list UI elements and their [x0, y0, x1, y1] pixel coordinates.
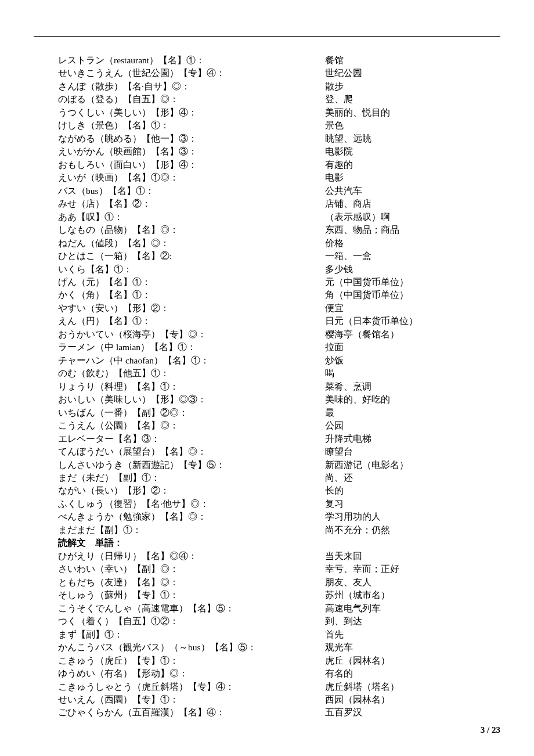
chinese-meaning: 炒饭	[325, 354, 500, 367]
japanese-term: ねだん（値段）【名】◎：	[58, 237, 325, 250]
chinese-meaning: 日元（日本货币单位）	[325, 315, 500, 327]
vocab-row: こうそくでんしゃ（高速電車）【名】⑤：高速电气列车	[58, 602, 500, 615]
chinese-meaning: 角（中国货币单位）	[325, 289, 500, 301]
vocab-row: ごひゃくらかん（五百羅漢）【名】④：五百罗汉	[58, 706, 500, 719]
japanese-term: いくら【名】①：	[58, 263, 325, 276]
vocab-row: つく（着く）【自五】①②：到、到达	[58, 615, 500, 628]
vocab-row: かんこうバス（観光バス）（～bus）【名】⑤：观光车	[58, 641, 500, 654]
chinese-meaning: 虎丘斜塔（塔名）	[325, 681, 500, 693]
vocab-row: ラーメン（中 lamian）【名】①：拉面	[58, 341, 500, 354]
japanese-term: そしゅう（蘇州）【专】①：	[58, 589, 325, 602]
chinese-meaning: 朋友、友人	[325, 576, 500, 589]
chinese-meaning: 复习	[325, 498, 500, 510]
chinese-meaning: 价格	[325, 237, 500, 250]
chinese-meaning: 菜肴、烹调	[325, 380, 500, 393]
chinese-meaning: 美味的、好吃的	[325, 393, 500, 406]
chinese-meaning: 学习用功的人	[325, 510, 500, 523]
vocab-row: そしゅう（蘇州）【专】①：苏州（城市名）	[58, 589, 500, 602]
chinese-meaning: 高速电气列车	[325, 602, 500, 615]
chinese-meaning: 当天来回	[325, 550, 500, 563]
vocab-row: のむ（飲む）【他五】①：喝	[58, 367, 500, 380]
japanese-term: いちばん（一番）【副】②◎：	[58, 406, 325, 419]
chinese-meaning: （表示感叹）啊	[325, 211, 500, 224]
japanese-term: こうえん（公園）【名】◎：	[58, 419, 325, 432]
japanese-term: りょうり（料理）【名】①：	[58, 380, 325, 393]
chinese-meaning: 虎丘（园林名）	[325, 654, 500, 667]
vocab-row: みせ（店）【名】②：店铺、商店	[58, 197, 500, 210]
japanese-term: せいきこうえん（世紀公園）【专】④：	[58, 67, 325, 80]
vocab-row: うつくしい（美しい）【形】④：美丽的、悦目的	[58, 106, 500, 119]
vocab-row: せいえん（西園）【专】①：西园（园林名）	[58, 693, 500, 706]
japanese-term: てんぼうだい（展望台）【名】◎：	[58, 445, 325, 458]
japanese-term: かく（角）【名】①：	[58, 289, 325, 301]
chinese-meaning: 长的	[325, 484, 500, 497]
vocab-row: げん（元）【名】①：元（中国货币单位）	[58, 276, 500, 289]
chinese-meaning: 公园	[325, 419, 500, 432]
top-rule	[34, 36, 500, 37]
japanese-term: さんぽ（散歩）【名·自サ】◎：	[58, 80, 325, 93]
vocab-list: レストラン（restaurant）【名】①：餐馆せいきこうえん（世紀公園）【专】…	[58, 54, 500, 719]
vocab-row: のぼる（登る）【自五】◎：登、爬	[58, 93, 500, 106]
japanese-term: こきゅう（虎丘）【专】①：	[58, 654, 325, 667]
vocab-row: えん（円）【名】①：日元（日本货币单位）	[58, 315, 500, 327]
vocab-row: かく（角）【名】①：角（中国货币单位）	[58, 289, 500, 301]
japanese-term: さいわい（幸い）【副】◎：	[58, 563, 325, 575]
vocab-row: まだまだ【副】①：尚不充分；仍然	[58, 524, 500, 537]
vocab-row: しなもの（品物）【名】◎：东西、物品；商品	[58, 224, 500, 236]
japanese-term: せいえん（西園）【专】①：	[58, 693, 325, 706]
vocab-row: ひとはこ（一箱）【名】②:一箱、一盒	[58, 250, 500, 262]
japanese-term: かんこうバス（観光バス）（～bus）【名】⑤：	[58, 641, 325, 654]
japanese-term: まだ（未だ）【副】①：	[58, 471, 325, 484]
japanese-term: ごひゃくらかん（五百羅漢）【名】④：	[58, 706, 325, 719]
chinese-meaning: 新西游记（电影名）	[325, 459, 500, 471]
vocab-row: まだ（未だ）【副】①：尚、还	[58, 471, 500, 484]
vocab-row: ふくしゅう（復習）【名·他サ】◎：复习	[58, 498, 500, 510]
japanese-term: おうかいてい（桜海亭）【专】◎：	[58, 328, 325, 341]
japanese-term: ああ【叹】①：	[58, 211, 325, 224]
chinese-meaning: 散步	[325, 80, 500, 93]
japanese-term: バス（bus）【名】①：	[58, 185, 325, 197]
vocab-row: おうかいてい（桜海亭）【专】◎：樱海亭（餐馆名）	[58, 328, 500, 341]
vocab-row: いくら【名】①：多少钱	[58, 263, 500, 276]
vocab-row: しんさいゆうき（新西遊記）【专】⑤：新西游记（电影名）	[58, 459, 500, 471]
chinese-meaning: 西园（园林名）	[325, 693, 500, 706]
japanese-term: ふくしゅう（復習）【名·他サ】◎：	[58, 498, 325, 510]
vocab-row: ひがえり（日帰り）【名】◎④：当天来回	[58, 550, 500, 563]
chinese-meaning: 电影院	[325, 145, 500, 158]
chinese-meaning: 多少钱	[325, 263, 500, 276]
vocab-row: けしき（景色）【名】①：景色	[58, 119, 500, 132]
chinese-meaning: 升降式电梯	[325, 433, 500, 445]
vocab-row: まず【副】①：首先	[58, 628, 500, 641]
japanese-term: えいがかん（映画館）【名】③：	[58, 145, 325, 158]
vocab-row: えいがかん（映画館）【名】③：电影院	[58, 145, 500, 158]
vocab-row: ともだち（友達）【名】◎：朋友、友人	[58, 576, 500, 589]
document-page: レストラン（restaurant）【名】①：餐馆せいきこうえん（世紀公園）【专】…	[0, 0, 534, 756]
japanese-term: しんさいゆうき（新西遊記）【专】⑤：	[58, 459, 325, 471]
chinese-meaning: 东西、物品；商品	[325, 224, 500, 236]
chinese-meaning: 店铺、商店	[325, 197, 500, 210]
chinese-meaning: 一箱、一盒	[325, 250, 500, 262]
japanese-term: のぼる（登る）【自五】◎：	[58, 93, 325, 106]
chinese-meaning: 到、到达	[325, 615, 500, 628]
vocab-row: いちばん（一番）【副】②◎：最	[58, 406, 500, 419]
vocab-row: ねだん（値段）【名】◎：价格	[58, 237, 500, 250]
chinese-meaning: 公共汽车	[325, 185, 500, 197]
vocab-row: ながい（長い）【形】②：长的	[58, 484, 500, 497]
japanese-term: やすい（安い）【形】②：	[58, 302, 325, 315]
japanese-term: ラーメン（中 lamian）【名】①：	[58, 341, 325, 354]
chinese-meaning: 有趣的	[325, 159, 500, 171]
vocab-row: やすい（安い）【形】②：便宜	[58, 302, 500, 315]
vocab-row: てんぼうだい（展望台）【名】◎：瞭望台	[58, 445, 500, 458]
vocab-row: おもしろい（面白い）【形】④：有趣的	[58, 159, 500, 171]
japanese-term: しなもの（品物）【名】◎：	[58, 224, 325, 236]
japanese-term: ながい（長い）【形】②：	[58, 484, 325, 497]
chinese-meaning: 尚不充分；仍然	[325, 524, 500, 537]
page-number: 3 / 23	[481, 725, 500, 735]
chinese-meaning: 眺望、远眺	[325, 132, 500, 145]
japanese-term: まず【副】①：	[58, 628, 325, 641]
japanese-term: こきゅうしゃとう（虎丘斜塔）【专】④：	[58, 681, 325, 693]
chinese-meaning: 拉面	[325, 341, 500, 354]
chinese-meaning: 樱海亭（餐馆名）	[325, 328, 500, 341]
vocab-row: せいきこうえん（世紀公園）【专】④：世纪公园	[58, 67, 500, 80]
japanese-term: ともだち（友達）【名】◎：	[58, 576, 325, 589]
